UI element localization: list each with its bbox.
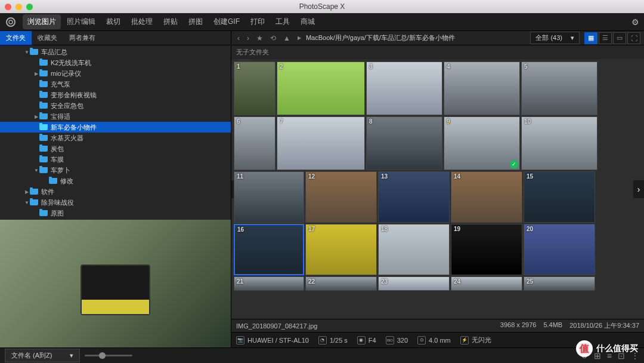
focal-label: 4.0 mm [429, 337, 451, 344]
grid-next-button[interactable]: › [633, 180, 644, 198]
chevron-down-icon[interactable]: ▼ [33, 168, 39, 173]
thumbnail-21[interactable]: 21 [234, 276, 304, 291]
tree-item-4[interactable]: 变形金刚夜视镜 [0, 90, 231, 100]
chevron-right-icon[interactable]: ▶ [33, 114, 39, 119]
chevron-right-icon[interactable]: ▶ [33, 71, 39, 76]
thumbnail-18[interactable]: 18 [378, 224, 450, 275]
thumbnail-image [367, 62, 442, 115]
thumbnail-19[interactable]: 19 [451, 224, 522, 275]
thumbnail-3[interactable]: 3 [366, 61, 442, 115]
iso-meta: ISO 320 [386, 336, 408, 344]
view-detail-button[interactable]: ▭ [613, 32, 626, 44]
tree-item-14[interactable]: ▼除异味战役 [0, 197, 231, 208]
tree-item-6[interactable]: ▶宝得适 [0, 111, 231, 122]
thumbnail-image [522, 117, 597, 170]
thumbnail-size-slider[interactable] [85, 355, 132, 356]
toolbar-tab-2[interactable]: 裁切 [101, 14, 125, 29]
toolbar-tab-3[interactable]: 批处理 [126, 14, 157, 29]
toolbar-tab-1[interactable]: 照片编辑 [62, 14, 100, 29]
minimize-window-button[interactable] [16, 4, 22, 10]
thumbnail-5[interactable]: 5 [521, 61, 597, 115]
toolbar-tab-0[interactable]: 浏览图片 [23, 14, 61, 29]
tree-item-5[interactable]: 安全应急包 [0, 100, 231, 111]
tree-item-11[interactable]: ▼车萝卜 [0, 165, 231, 176]
close-window-button[interactable] [5, 4, 11, 10]
sort-dropdown[interactable]: 文件名 (A到Z)▾ [5, 349, 80, 362]
reload-icon[interactable]: ⟲ [268, 33, 278, 44]
toolbar-tab-8[interactable]: 工具 [271, 14, 295, 29]
thumbnail-20[interactable]: 20 [524, 224, 595, 275]
toolbar-tab-7[interactable]: 打印 [246, 14, 270, 29]
tree-item-15[interactable]: 原图 [0, 208, 231, 219]
favorite-star-icon[interactable]: ★ [254, 33, 265, 44]
settings-gear-icon[interactable]: ⚙ [631, 17, 639, 27]
thumbnail-13[interactable]: 13 [378, 171, 450, 223]
left-tab-1[interactable]: 收藏夹 [32, 31, 63, 45]
chevron-down-icon: ▾ [571, 34, 574, 42]
folder-tree[interactable]: ▼车品汇总K2无线洗车机▶mio记录仪充气泵变形金刚夜视镜安全应急包▶宝得适新车… [0, 45, 231, 220]
thumbnail-grid[interactable]: PRO ‹ › 123456789✓🔒101112131415161718192… [231, 59, 644, 319]
camera-icon: 📷 [236, 336, 244, 344]
tree-item-1[interactable]: K2无线洗车机 [0, 57, 231, 68]
toolbar-tab-9[interactable]: 商城 [296, 14, 320, 29]
thumbnail-11[interactable]: 11 [234, 171, 304, 223]
view-list-button[interactable]: ☰ [599, 32, 612, 44]
thumbnail-23[interactable]: 23 [378, 276, 450, 291]
thumbnail-17[interactable]: 17 [305, 224, 377, 275]
toolbar-tab-5[interactable]: 拼图 [184, 14, 208, 29]
thumbnail-9[interactable]: 9✓🔒 [444, 116, 520, 170]
thumbnail-12[interactable]: 12 [305, 171, 377, 223]
view-grid-button[interactable]: ▦ [584, 32, 597, 44]
right-pane: 无子文件夹 PRO ‹ › 123456789✓🔒101112131415161… [231, 45, 644, 347]
thumbnail-8[interactable]: 8 [366, 116, 442, 170]
chevron-right-icon[interactable]: ▶ [24, 189, 30, 195]
thumbnail-24[interactable]: 24 [451, 276, 522, 291]
thumbnail-25[interactable]: 25 [524, 276, 595, 291]
tree-item-8[interactable]: 水基灭火器 [0, 133, 231, 143]
thumbnail-number: 24 [454, 278, 460, 285]
left-tab-2[interactable]: 两者兼有 [63, 31, 101, 45]
app-toolbar: 浏览图片照片编辑裁切批处理拼贴拼图创建GIF打印工具商城 ⚙ [0, 13, 644, 31]
filename-label: IMG_20180907_084217.jpg [236, 322, 317, 330]
view-fullscreen-button[interactable]: ⛶ [627, 32, 640, 44]
thumbnail-16[interactable]: 16 [234, 224, 304, 275]
preview-panel[interactable] [0, 220, 231, 347]
slider-thumb[interactable] [99, 352, 106, 359]
home-icon[interactable]: ▶ [295, 34, 304, 42]
toolbar-tab-4[interactable]: 拼贴 [159, 14, 182, 29]
maximize-window-button[interactable] [26, 4, 33, 10]
chevron-down-icon[interactable]: ▼ [24, 200, 30, 205]
thumbnail-4[interactable]: 4 [444, 61, 520, 115]
filter-dropdown[interactable]: 全部 (43)▾ [530, 32, 580, 44]
camera-meta: 📷 HUAWEI / STF-AL10 [236, 336, 309, 344]
nav-forward-icon[interactable]: › [244, 33, 252, 44]
chevron-down-icon: ▾ [70, 352, 73, 359]
thumbnail-7[interactable]: 7 [277, 116, 365, 170]
thumbnail-2[interactable]: 2 [277, 61, 365, 115]
thumbnail-image [524, 224, 595, 275]
tree-item-13[interactable]: ▶软件 [0, 186, 231, 197]
thumbnail-14[interactable]: 14 [451, 171, 522, 223]
tree-item-label: 车膜 [51, 155, 64, 164]
thumbnail-number: 9 [447, 118, 450, 125]
thumbnail-15[interactable]: 15 [524, 171, 595, 223]
tree-item-10[interactable]: 车膜 [0, 154, 231, 165]
nav-back-icon[interactable]: ‹ [235, 33, 242, 44]
tree-item-0[interactable]: ▼车品汇总 [0, 47, 231, 57]
tree-item-2[interactable]: ▶mio记录仪 [0, 68, 231, 79]
chevron-down-icon[interactable]: ▼ [24, 50, 30, 55]
breadcrumb-path[interactable]: MacBook/用户/gaya/下载/车品汇总/新车必备小物件 [306, 33, 528, 42]
left-tab-0[interactable]: 文件夹 [0, 31, 32, 45]
tree-item-9[interactable]: 炭包 [0, 143, 231, 154]
thumbnail-10[interactable]: 10 [521, 116, 597, 170]
tree-item-3[interactable]: 充气泵 [0, 79, 231, 90]
thumbnail-number: 25 [527, 278, 533, 285]
thumbnail-22[interactable]: 22 [305, 276, 377, 291]
nav-up-icon[interactable]: ▲ [281, 33, 293, 44]
toolbar-tab-6[interactable]: 创建GIF [209, 14, 244, 29]
tree-item-7[interactable]: 新车必备小物件 [0, 122, 231, 133]
thumbnail-1[interactable]: 1 [234, 61, 275, 115]
thumbnail-6[interactable]: 6 [234, 116, 275, 170]
tree-item-12[interactable]: 修改 [0, 176, 231, 186]
content-area: ▼车品汇总K2无线洗车机▶mio记录仪充气泵变形金刚夜视镜安全应急包▶宝得适新车… [0, 45, 644, 347]
